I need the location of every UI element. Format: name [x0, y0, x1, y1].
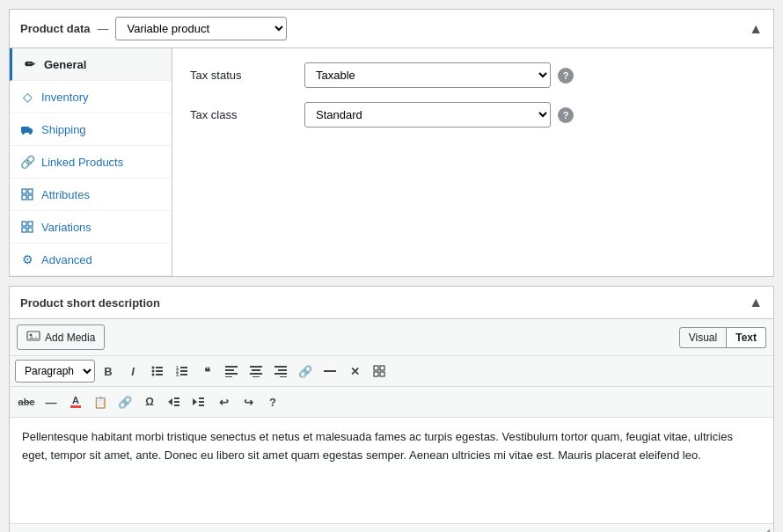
svg-rect-30 [225, 376, 232, 377]
svg-rect-7 [28, 195, 33, 200]
special-chars-button[interactable]: Ω [138, 390, 161, 413]
product-data-header-left: Product data — Variable product Simple p… [20, 17, 287, 40]
product-data-header: Product data — Variable product Simple p… [10, 10, 773, 48]
sidebar-item-advanced[interactable]: ⚙ Advanced [10, 244, 172, 276]
sidebar-item-general-label: General [44, 58, 86, 71]
tax-status-select[interactable]: Taxable Shipping only None [304, 62, 551, 88]
product-data-body: ✏ General ◇ Inventory Shipping 🔗 Linked … [10, 48, 773, 276]
text-color-button[interactable]: A [64, 390, 87, 413]
svg-rect-47 [174, 404, 179, 406]
svg-rect-37 [274, 373, 287, 375]
sidebar-item-attributes[interactable]: Attributes [10, 179, 172, 211]
svg-rect-36 [278, 369, 287, 371]
link-button[interactable]: 🔗 [294, 360, 317, 383]
svg-rect-50 [199, 401, 204, 403]
svg-point-3 [29, 132, 32, 135]
add-media-label: Add Media [45, 332, 95, 344]
paragraph-format-select[interactable]: Paragraph Heading 1 Heading 2 Heading 3 [15, 360, 95, 383]
tax-status-control: Taxable Shipping only None ? [304, 62, 756, 88]
sidebar-item-attributes-label: Attributes [41, 188, 90, 201]
add-media-icon [26, 329, 40, 346]
sidebar-item-variations[interactable]: Variations [10, 211, 172, 244]
svg-point-17 [152, 370, 155, 373]
sidebar-item-shipping-label: Shipping [41, 123, 86, 136]
unordered-list-button[interactable] [146, 360, 169, 383]
help-button[interactable]: ? [261, 390, 284, 413]
add-media-button[interactable]: Add Media [17, 324, 105, 350]
product-type-select[interactable]: Variable product Simple product Grouped … [115, 17, 287, 40]
product-data-collapse-icon[interactable]: ▲ [749, 22, 763, 36]
paste-button[interactable]: 📋 [89, 390, 112, 413]
general-icon: ✏ [23, 57, 37, 71]
panel-dash: — [97, 22, 108, 35]
blockquote-button[interactable]: ❝ [195, 360, 218, 383]
short-description-title: Product short description [20, 296, 160, 310]
tax-class-help-icon[interactable]: ? [558, 107, 574, 123]
svg-rect-5 [28, 189, 33, 193]
strikethrough-button[interactable]: abc [15, 390, 38, 413]
svg-rect-18 [156, 370, 163, 372]
tax-status-help-icon[interactable]: ? [558, 68, 574, 84]
svg-rect-41 [380, 366, 384, 370]
sidebar-item-inventory-label: Inventory [41, 91, 88, 104]
media-toolbar-row: Add Media Visual Text [10, 319, 773, 356]
svg-marker-48 [193, 398, 197, 405]
align-right-button[interactable] [269, 360, 292, 383]
tax-status-label: Tax status [190, 69, 304, 82]
horizontal-rule-button[interactable] [318, 360, 341, 383]
svg-rect-8 [22, 222, 26, 226]
undo-button[interactable]: ↩ [212, 390, 235, 413]
tax-class-row: Tax class Standard Reduced rate Zero rat… [190, 102, 756, 128]
outdent-button[interactable] [163, 390, 186, 413]
resize-handle[interactable]: ◢ [762, 526, 770, 532]
svg-rect-46 [174, 401, 179, 403]
svg-rect-27 [225, 366, 238, 368]
italic-button[interactable]: I [121, 360, 144, 383]
product-data-title: Product data [20, 22, 90, 35]
indent-button[interactable] [187, 390, 210, 413]
tax-class-control: Standard Reduced rate Zero rate ? [304, 102, 756, 128]
fullscreen-button[interactable] [368, 360, 391, 383]
sidebar-item-inventory[interactable]: ◇ Inventory [10, 81, 172, 113]
paste-text-button[interactable]: 🔗 [113, 390, 136, 413]
view-toggle: Visual Text [679, 327, 766, 348]
advanced-icon: ⚙ [20, 252, 34, 266]
svg-rect-43 [380, 372, 384, 376]
editor-content[interactable]: Pellentesque habitant morbi tristique se… [10, 418, 773, 523]
svg-rect-34 [252, 376, 260, 377]
sidebar-item-variations-label: Variations [41, 221, 91, 234]
editor-text: Pellentesque habitant morbi tristique se… [22, 430, 733, 462]
ordered-list-button[interactable]: 1.2.3. [171, 360, 194, 383]
align-center-button[interactable] [245, 360, 267, 383]
align-left-button[interactable] [220, 360, 243, 383]
svg-rect-9 [28, 222, 33, 226]
svg-rect-33 [250, 373, 262, 375]
text-view-button[interactable]: Text [727, 327, 766, 348]
linked-products-icon: 🔗 [20, 155, 34, 169]
svg-marker-44 [168, 398, 172, 405]
attributes-icon [20, 187, 34, 201]
svg-rect-49 [199, 397, 204, 399]
horizontal-line-button[interactable]: — [40, 390, 62, 413]
svg-rect-40 [374, 366, 378, 370]
tax-class-select[interactable]: Standard Reduced rate Zero rate [304, 102, 551, 128]
short-description-collapse-icon[interactable]: ▲ [749, 295, 763, 310]
svg-rect-38 [280, 376, 287, 377]
tax-class-label: Tax class [190, 108, 304, 121]
editor-footer: ◢ [10, 523, 773, 532]
svg-rect-39 [324, 370, 336, 372]
svg-rect-26 [180, 374, 187, 375]
general-tab-content: Tax status Taxable Shipping only None ? … [172, 48, 773, 276]
sidebar-item-linked-products[interactable]: 🔗 Linked Products [10, 146, 172, 179]
sidebar-item-linked-products-label: Linked Products [41, 156, 123, 169]
visual-view-button[interactable]: Visual [679, 327, 727, 348]
bold-button[interactable]: B [97, 360, 120, 383]
remove-format-button[interactable]: ✕ [343, 360, 366, 383]
sidebar-item-shipping[interactable]: Shipping [10, 113, 172, 146]
svg-rect-22 [180, 367, 187, 368]
redo-button[interactable]: ↪ [237, 390, 260, 413]
svg-rect-32 [252, 369, 260, 371]
svg-rect-11 [28, 228, 33, 232]
sidebar-item-general[interactable]: ✏ General [10, 48, 172, 81]
svg-rect-6 [22, 195, 26, 200]
